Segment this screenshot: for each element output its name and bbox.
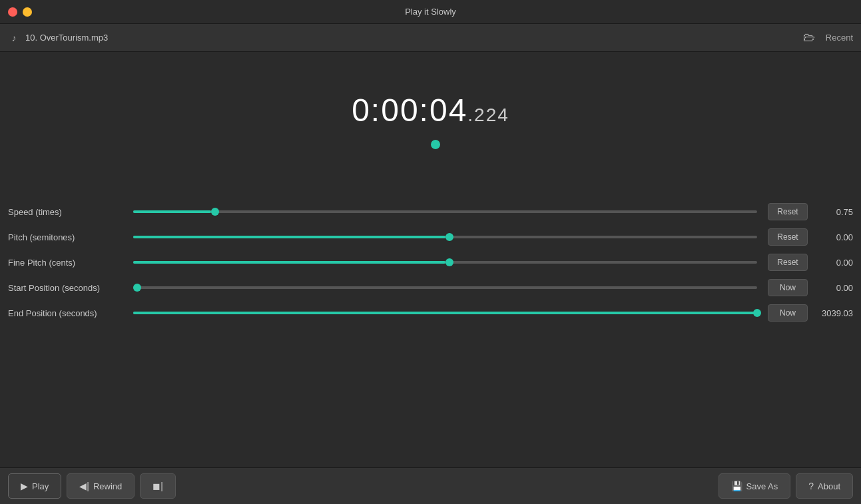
timer-ms: .224 [467, 105, 509, 125]
pitch-label: Pitch (semitones) [8, 232, 128, 242]
endpos-label: End Position (seconds) [8, 308, 128, 318]
startpos-thumb[interactable] [133, 284, 141, 292]
pitch-row: Pitch (semitones) Reset 0.00 [5, 224, 856, 250]
close-button[interactable] [8, 7, 17, 17]
timer-main: 0:00:04 [352, 93, 467, 128]
bottom-toolbar: ▶ Play ◀| Rewind ◼| 💾 Save As ? About [0, 467, 861, 504]
pitch-reset-button[interactable]: Reset [768, 228, 808, 246]
play-icon: ▶ [21, 481, 28, 491]
speed-thumb[interactable] [211, 208, 219, 216]
finepitch-row: Fine Pitch (cents) Reset 0.00 [5, 250, 856, 275]
about-icon: ? [808, 481, 814, 491]
play-label: Play [32, 481, 49, 491]
title-bar: Play it Slowly [0, 0, 861, 24]
controls-area: Speed (times) Reset 0.75 Pitch (semitone… [0, 191, 861, 326]
progress-slider-container [426, 131, 436, 158]
file-actions: 🗁 Recent [803, 31, 853, 45]
play-button[interactable]: ▶ Play [8, 473, 61, 499]
startpos-value: 0.00 [813, 283, 853, 293]
startpos-slider[interactable] [133, 286, 757, 289]
pitch-slider[interactable] [133, 236, 757, 238]
endpos-thumb[interactable] [753, 309, 761, 317]
speed-value: 0.75 [813, 207, 853, 217]
minimize-button[interactable] [23, 7, 32, 17]
audio-icon: ♪ [8, 32, 20, 44]
finepitch-reset-button[interactable]: Reset [768, 254, 808, 271]
main-content: 0:00:04.224 Speed (times) Reset 0.75 Pit… [0, 52, 861, 467]
pitch-thumb[interactable] [445, 233, 453, 241]
folder-icon[interactable]: 🗁 [803, 31, 815, 45]
endpos-now-button[interactable]: Now [768, 304, 808, 322]
finepitch-value: 0.00 [813, 258, 853, 268]
window-controls [8, 7, 32, 17]
about-label: About [818, 481, 840, 491]
speed-slider[interactable] [133, 210, 757, 213]
endpos-fill [133, 312, 757, 314]
startpos-now-button[interactable]: Now [768, 279, 808, 296]
recent-button[interactable]: Recent [826, 33, 853, 43]
finepitch-thumb[interactable] [445, 258, 453, 266]
endpos-row: End Position (seconds) Now 3039.03 [5, 300, 856, 326]
pause-button[interactable]: ◼| [140, 473, 176, 499]
about-button[interactable]: ? About [796, 473, 853, 499]
speed-label: Speed (times) [8, 207, 128, 217]
speed-row: Speed (times) Reset 0.75 [5, 199, 856, 224]
progress-thumb[interactable] [431, 140, 440, 149]
startpos-row: Start Position (seconds) Now 0.00 [5, 275, 856, 300]
rewind-button[interactable]: ◀| Rewind [67, 473, 135, 499]
rewind-label: Rewind [93, 481, 122, 491]
finepitch-label: Fine Pitch (cents) [8, 258, 128, 268]
file-name: 10. OverTourism.mp3 [25, 33, 803, 43]
save-as-button[interactable]: 💾 Save As [718, 473, 791, 499]
speed-fill [133, 210, 211, 213]
pause-icon: ◼| [152, 481, 163, 491]
timer-display: 0:00:04.224 [352, 92, 509, 128]
finepitch-fill [133, 261, 445, 264]
rewind-icon: ◀| [79, 481, 89, 491]
pitch-value: 0.00 [813, 232, 853, 242]
app-title: Play it Slowly [405, 7, 456, 17]
endpos-value: 3039.03 [813, 308, 853, 318]
speed-reset-button[interactable]: Reset [768, 203, 808, 220]
save-as-label: Save As [746, 481, 778, 491]
endpos-slider[interactable] [133, 312, 757, 314]
pitch-fill [133, 236, 445, 238]
save-icon: 💾 [731, 481, 742, 491]
startpos-label: Start Position (seconds) [8, 283, 128, 293]
finepitch-slider[interactable] [133, 261, 757, 264]
file-bar: ♪ 10. OverTourism.mp3 🗁 Recent [0, 24, 861, 52]
